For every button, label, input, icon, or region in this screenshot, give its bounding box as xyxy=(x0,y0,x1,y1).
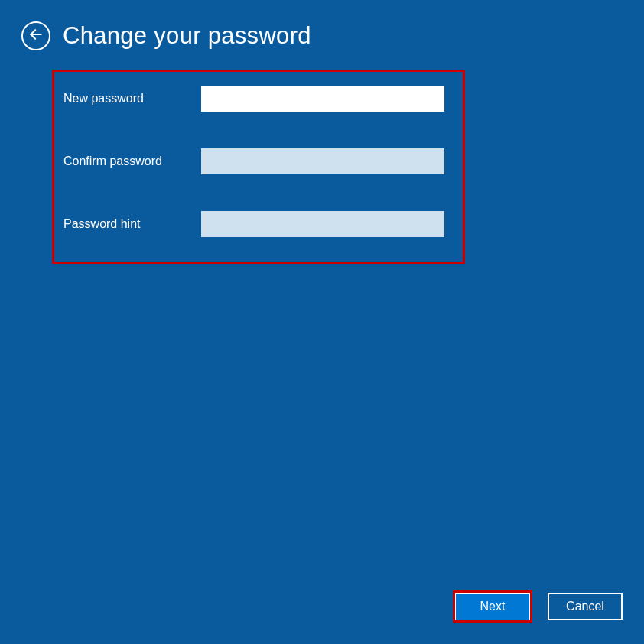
password-hint-input[interactable] xyxy=(201,211,444,237)
arrow-left-icon xyxy=(28,27,44,45)
new-password-input[interactable] xyxy=(201,86,444,112)
password-hint-row: Password hint xyxy=(63,211,454,237)
next-button[interactable]: Next xyxy=(455,593,530,620)
confirm-password-label: Confirm password xyxy=(63,154,201,168)
password-hint-label: Password hint xyxy=(63,217,201,231)
confirm-password-input[interactable] xyxy=(201,148,444,174)
new-password-row: New password xyxy=(63,86,454,112)
confirm-password-row: Confirm password xyxy=(63,148,454,174)
page-title: Change your password xyxy=(63,22,311,50)
password-form-highlight: New password Confirm password Password h… xyxy=(52,70,465,264)
cancel-button[interactable]: Cancel xyxy=(548,593,623,620)
new-password-label: New password xyxy=(63,92,201,106)
next-button-highlight: Next xyxy=(453,590,532,623)
button-bar: Next Cancel xyxy=(453,590,623,623)
back-button[interactable] xyxy=(21,21,50,50)
